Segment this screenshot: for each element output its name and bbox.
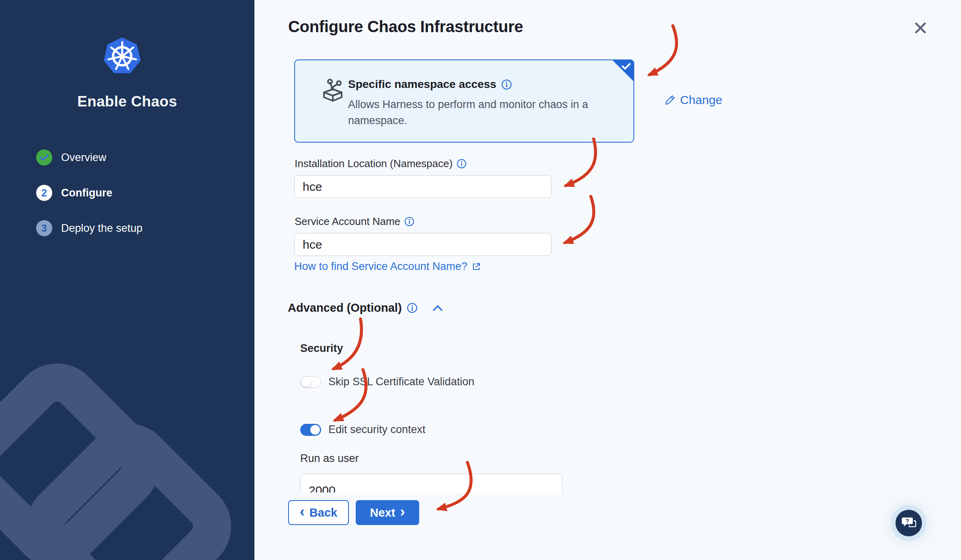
step-label: Deploy the setup (61, 222, 143, 235)
harness-watermark (0, 354, 254, 560)
advanced-label: Advanced (Optional) (288, 301, 402, 315)
info-icon[interactable] (407, 302, 418, 313)
wizard-sidebar: Enable Chaos Overview 2 Configure 3 Depl… (0, 0, 254, 560)
help-chat-button[interactable]: ? (895, 510, 922, 536)
access-mode-description: Allows Harness to perform and monitor ch… (348, 96, 609, 129)
chat-question-icon: ? (900, 515, 917, 531)
namespace-field-label: Installation Location (Namespace) (295, 157, 467, 170)
edit-security-context-toggle-row: Edit security context (300, 423, 426, 436)
skip-ssl-toggle[interactable] (300, 376, 321, 388)
run-as-user-input[interactable] (300, 474, 562, 493)
run-as-user-label: Run as user (300, 452, 359, 465)
close-icon[interactable]: ✕ (908, 16, 932, 40)
step-complete-check-icon (36, 149, 52, 166)
access-mode-title: Specific namespace access (348, 78, 496, 91)
service-account-help-link[interactable]: How to find Service Account Name? (294, 260, 481, 273)
page-title: Configure Chaos Infrastructure (288, 18, 523, 36)
namespace-icon (321, 77, 345, 102)
external-link-icon (471, 262, 481, 272)
step-configure[interactable]: 2 Configure (36, 185, 143, 201)
namespace-access-card[interactable]: Specific namespace access Allows Harness… (294, 59, 634, 143)
edit-security-context-label: Edit security context (328, 423, 426, 436)
step-number-badge: 3 (36, 220, 52, 236)
info-icon[interactable] (404, 217, 414, 227)
info-icon[interactable] (457, 159, 467, 169)
chevron-left-icon: ‹ (300, 503, 305, 520)
skip-ssl-toggle-row: Skip SSL Certificate Validation (300, 376, 474, 388)
step-deploy-the-setup[interactable]: 3 Deploy the setup (36, 220, 143, 236)
namespace-input[interactable] (294, 175, 551, 198)
edit-security-context-toggle[interactable] (300, 424, 321, 436)
security-section-label: Security (300, 342, 343, 355)
chevron-right-icon: › (400, 503, 405, 520)
chevron-up-icon[interactable] (432, 304, 443, 312)
next-button[interactable]: Next › (356, 500, 419, 525)
wizard-steps: Overview 2 Configure 3 Deploy the setup (36, 149, 143, 255)
skip-ssl-label: Skip SSL Certificate Validation (328, 376, 474, 388)
advanced-section-header: Advanced (Optional) (288, 301, 443, 315)
step-label: Overview (61, 151, 107, 164)
info-icon[interactable] (501, 79, 512, 90)
change-label: Change (680, 93, 722, 107)
wizard-title: Enable Chaos (0, 93, 254, 110)
pencil-icon (664, 94, 676, 106)
step-number-badge: 2 (36, 185, 52, 201)
arrow-to-card-corner (650, 26, 676, 75)
arrow-to-namespace-input (566, 139, 596, 186)
back-button[interactable]: ‹ Back (288, 500, 349, 525)
service-account-field-label: Service Account Name (295, 215, 414, 228)
svg-text:?: ? (906, 518, 909, 524)
configure-chaos-dialog: Enable Chaos Overview 2 Configure 3 Depl… (0, 0, 961, 560)
kubernetes-logo-icon (102, 37, 142, 76)
step-label: Configure (61, 187, 113, 199)
arrow-to-service-account-input (565, 196, 594, 243)
run-as-user-clip (300, 474, 562, 493)
step-overview[interactable]: Overview (36, 149, 143, 166)
change-link[interactable]: Change (664, 93, 722, 107)
selected-corner-badge (612, 59, 634, 82)
service-account-input[interactable] (294, 233, 551, 256)
